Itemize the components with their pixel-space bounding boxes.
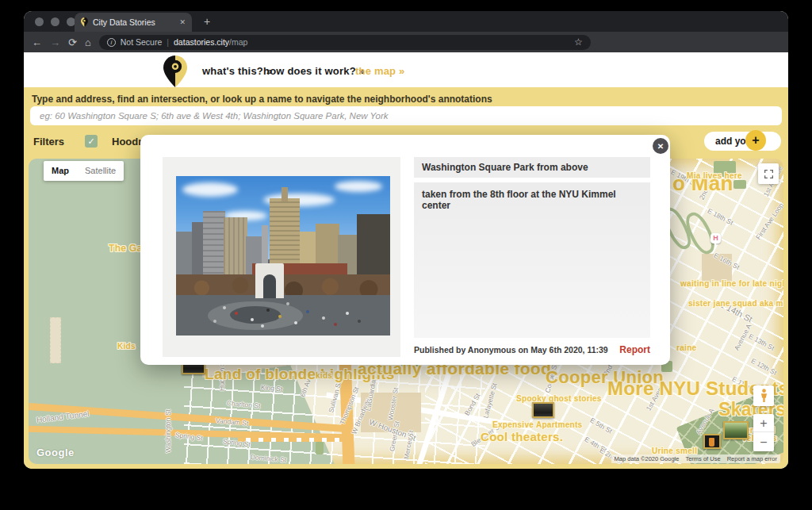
published-byline: Published by Anonymous on May 6th 2020, … (414, 345, 608, 355)
add-yours-plus-icon[interactable]: + (745, 130, 766, 151)
fullscreen-button[interactable] (758, 163, 779, 184)
address-bar[interactable]: i Not Secure | datastories.city/map ☆ (99, 35, 591, 50)
tab-close-icon[interactable]: ✕ (179, 18, 186, 26)
hoodmap-label-small: Expensive Apartments (492, 420, 582, 429)
search-instruction: Type and address, find an intersection, … (32, 94, 492, 105)
photo-plaza (176, 295, 390, 336)
back-icon[interactable]: ← (32, 37, 42, 48)
bookmark-star-icon[interactable]: ☆ (574, 36, 583, 48)
info-icon[interactable]: i (107, 38, 116, 47)
hoodmap-label-small: Spooky ghost stories (516, 394, 602, 403)
modal-close-button[interactable]: ✕ (653, 138, 668, 154)
page-content: what's this? » how does it work? » the m… (24, 52, 788, 469)
browser-tab[interactable]: City Data Stories ✕ (75, 13, 192, 32)
security-label: Not Secure (121, 37, 163, 47)
map-type-control: Map Satellite (44, 161, 124, 181)
map-attribution: Map data ©2020 Google Terms of Use Repor… (611, 454, 780, 463)
url-separator: | (167, 37, 169, 47)
modal-image-panel (163, 157, 400, 357)
forward-icon[interactable]: → (50, 37, 60, 48)
window-close-button[interactable] (35, 17, 44, 26)
hoodmap-label-small: raine (676, 343, 696, 352)
zoom-out-button[interactable]: − (753, 432, 774, 451)
hospital-pin-icon[interactable]: H (710, 233, 721, 243)
map-data-credit: Map data ©2020 Google (615, 455, 680, 462)
hoodmap-label-small: waiting in line for late night fo (680, 279, 783, 288)
pegman-icon (760, 389, 768, 403)
spring-street-road (238, 438, 343, 442)
zoom-control: + − (753, 414, 774, 451)
hoodmaps-checkbox[interactable]: ✓ (85, 135, 98, 148)
annotation-modal: Washington Square Park from above taken … (140, 135, 670, 365)
window-minimize-button[interactable] (51, 17, 59, 26)
browser-toolbar: ← → ⟳ ⌂ i Not Secure | datastories.city/… (24, 32, 788, 52)
washington-square-park-photo (176, 176, 390, 336)
annotation-meta-row: Published by Anonymous on May 6th 2020, … (414, 344, 650, 355)
tab-title: City Data Stories (93, 17, 174, 27)
terms-of-use-link[interactable]: Terms of Use (685, 455, 720, 462)
drink-photo-marker[interactable] (703, 434, 721, 449)
site-header: what's this? » how does it work? » the m… (24, 52, 788, 87)
satellite-button[interactable]: Satellite (77, 161, 124, 181)
small-park (316, 442, 324, 454)
hoodmap-label: Cool theaters. (481, 430, 563, 443)
browser-tab-strip: City Data Stories ✕ + (24, 11, 788, 32)
fullscreen-icon (764, 169, 774, 179)
nav-whats-this[interactable]: what's this? » (202, 65, 272, 77)
new-tab-button[interactable]: + (200, 15, 214, 28)
reload-icon[interactable]: ⟳ (68, 37, 77, 48)
green-photo-marker[interactable] (723, 421, 749, 439)
hoodmap-label-small: sister jane squad aka middl (688, 299, 783, 308)
washington-square-arch (255, 263, 284, 298)
filters-label: Filters (33, 136, 64, 148)
small-pier (50, 317, 61, 363)
hoodmap-label-small: Mia lives here (687, 171, 742, 180)
report-link[interactable]: Report (619, 344, 650, 355)
annotation-title: Washington Square Park from above (414, 157, 650, 178)
site-favicon (81, 17, 88, 27)
hoodmap-label-small: kids (316, 371, 332, 380)
report-map-error-link[interactable]: Report a map error (727, 455, 777, 462)
url-path: /map (229, 37, 247, 47)
nav-the-map[interactable]: the map » (355, 65, 404, 77)
add-yours-button[interactable]: add yours (704, 132, 781, 151)
photo-people-dots (176, 176, 178, 178)
google-logo[interactable]: Google (36, 447, 75, 458)
zoom-in-button[interactable]: + (753, 414, 774, 432)
url-domain: datastories.city (174, 37, 229, 47)
nav-how-does-it-work[interactable]: how does it work? » (263, 65, 365, 77)
hoodmap-label-small: Kids (117, 342, 136, 351)
dark-photo-marker[interactable] (532, 402, 554, 418)
annotation-description: taken from the 8th floor at the NYU Kimm… (414, 182, 650, 338)
map-button[interactable]: Map (44, 161, 77, 181)
small-park (733, 180, 746, 189)
street-label: Washington St (164, 409, 172, 453)
site-logo-pin-icon (163, 56, 187, 87)
home-icon[interactable]: ⌂ (85, 37, 91, 48)
pegman-street-view-button[interactable] (753, 385, 774, 406)
search-input[interactable] (30, 106, 782, 125)
browser-window: City Data Stories ✕ + ← → ⟳ ⌂ i Not Secu… (24, 11, 788, 469)
